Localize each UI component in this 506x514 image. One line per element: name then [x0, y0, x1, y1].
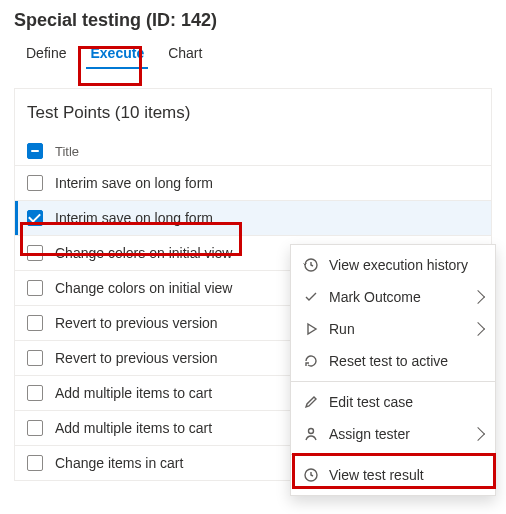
column-header-row: Title	[15, 137, 491, 165]
refresh-icon	[303, 353, 319, 369]
row-checkbox[interactable]	[27, 455, 43, 471]
menu-view-test-result[interactable]: View test result	[291, 459, 495, 491]
tab-chart[interactable]: Chart	[156, 37, 214, 69]
check-icon	[303, 289, 319, 305]
tab-define[interactable]: Define	[14, 37, 78, 69]
menu-view-history[interactable]: View execution history	[291, 249, 495, 281]
row-checkbox[interactable]	[27, 210, 43, 226]
row-title: Interim save on long form	[55, 175, 213, 191]
chevron-right-icon	[471, 290, 485, 304]
menu-separator	[291, 381, 495, 382]
menu-label: View test result	[329, 467, 483, 483]
select-all-checkbox[interactable]	[27, 143, 43, 159]
edit-icon	[303, 394, 319, 410]
row-title: Add multiple items to cart	[55, 420, 212, 436]
menu-mark-outcome[interactable]: Mark Outcome	[291, 281, 495, 313]
row-title: Revert to previous version	[55, 315, 218, 331]
row-title: Change items in cart	[55, 455, 183, 471]
row-title: Add multiple items to cart	[55, 385, 212, 401]
row-title: Interim save on long form	[55, 210, 213, 226]
menu-label: Mark Outcome	[329, 289, 463, 305]
menu-assign-tester[interactable]: Assign tester	[291, 418, 495, 450]
menu-reset[interactable]: Reset test to active	[291, 345, 495, 377]
chevron-right-icon	[471, 427, 485, 441]
page-title: Special testing (ID: 142)	[14, 10, 492, 31]
tab-bar: Define Execute Chart	[0, 37, 506, 70]
panel-title: Test Points (10 items)	[15, 89, 491, 137]
menu-separator	[291, 454, 495, 455]
svg-point-1	[309, 429, 314, 434]
person-icon	[303, 426, 319, 442]
menu-run[interactable]: Run	[291, 313, 495, 345]
row-checkbox[interactable]	[27, 245, 43, 261]
chevron-right-icon	[471, 322, 485, 336]
row-title: Change colors on initial view	[55, 280, 232, 296]
history-icon	[303, 257, 319, 273]
row-checkbox[interactable]	[27, 420, 43, 436]
row-checkbox[interactable]	[27, 350, 43, 366]
history-icon	[303, 467, 319, 483]
row-checkbox[interactable]	[27, 280, 43, 296]
menu-label: Edit test case	[329, 394, 483, 410]
menu-label: Assign tester	[329, 426, 463, 442]
context-menu: View execution history Mark Outcome Run …	[290, 244, 496, 496]
table-row[interactable]: Interim save on long form	[15, 200, 491, 235]
table-row[interactable]: Interim save on long form	[15, 165, 491, 200]
menu-edit-test-case[interactable]: Edit test case	[291, 386, 495, 418]
row-checkbox[interactable]	[27, 315, 43, 331]
row-checkbox[interactable]	[27, 175, 43, 191]
tab-execute[interactable]: Execute	[78, 37, 156, 69]
play-icon	[303, 321, 319, 337]
menu-label: View execution history	[329, 257, 483, 273]
menu-label: Reset test to active	[329, 353, 483, 369]
menu-label: Run	[329, 321, 463, 337]
row-checkbox[interactable]	[27, 385, 43, 401]
column-title: Title	[55, 144, 79, 159]
row-title: Change colors on initial view	[55, 245, 232, 261]
row-title: Revert to previous version	[55, 350, 218, 366]
